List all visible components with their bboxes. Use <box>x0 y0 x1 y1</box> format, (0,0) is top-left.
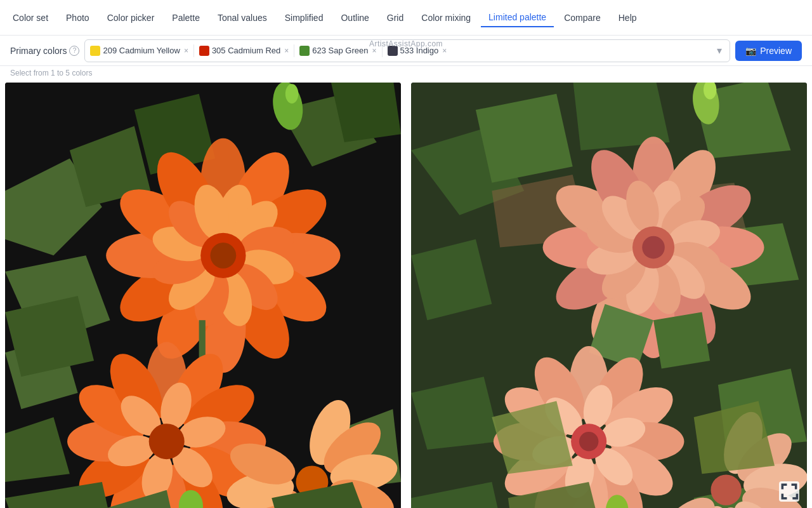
primary-colors-text: Primary colors <box>10 46 67 56</box>
hint-text: Select from 1 to 5 colors <box>0 66 812 83</box>
svg-point-10 <box>285 84 298 104</box>
svg-point-137 <box>579 432 599 451</box>
nav-item-color-mixing[interactable]: Color mixing <box>414 9 478 27</box>
nav-item-compare[interactable]: Compare <box>556 9 608 27</box>
svg-marker-117 <box>653 312 710 368</box>
color-chip-remove-cadmium-yellow[interactable]: × <box>184 47 188 55</box>
help-icon[interactable]: ? <box>69 46 79 56</box>
color-chip-label-cadmium-yellow: 209 Cadmium Yellow <box>103 46 180 55</box>
color-chip-label-cadmium-red: 305 Cadmium Red <box>212 46 280 55</box>
right-image-svg <box>411 83 807 508</box>
color-chip-cadmium-yellow[interactable]: 209 Cadmium Yellow× <box>90 46 188 56</box>
nav-item-color-set[interactable]: Color set <box>5 9 56 27</box>
chip-separator <box>193 44 194 57</box>
svg-point-115 <box>642 236 665 259</box>
nav-item-photo[interactable]: Photo <box>58 9 97 27</box>
color-chip-remove-indigo[interactable]: × <box>442 47 447 55</box>
color-swatch-cadmium-red <box>199 46 209 56</box>
svg-point-37 <box>210 243 236 269</box>
primary-colors-label: Primary colors ? <box>10 46 79 56</box>
nav-item-palette[interactable]: Palette <box>164 9 207 27</box>
preview-button-label: Preview <box>760 46 792 56</box>
nav-item-color-picker[interactable]: Color picker <box>100 9 162 27</box>
color-swatch-sap-green <box>299 46 310 56</box>
watermark: ArtistAssistApp.com <box>369 39 443 48</box>
nav-item-simplified[interactable]: Simplified <box>277 9 331 27</box>
nav-item-help[interactable]: Help <box>611 9 645 27</box>
images-area <box>0 83 812 508</box>
fullscreen-button[interactable] <box>779 481 799 502</box>
preview-icon: 📷 <box>745 46 756 56</box>
svg-marker-77 <box>476 94 573 183</box>
fullscreen-icon <box>779 481 799 502</box>
color-chip-remove-cadmium-red[interactable]: × <box>284 47 289 55</box>
preview-button[interactable]: 📷 Preview <box>735 41 802 61</box>
nav-item-outline[interactable]: Outline <box>333 9 376 27</box>
color-swatch-cadmium-yellow <box>90 46 100 56</box>
chips-dropdown-arrow[interactable]: ▾ <box>714 43 724 58</box>
left-image-svg <box>5 83 401 508</box>
color-chip-cadmium-red[interactable]: 305 Cadmium Red× <box>199 46 289 56</box>
chip-separator <box>294 44 294 57</box>
nav-item-limited-palette[interactable]: Limited palette <box>481 8 554 27</box>
right-image-panel <box>411 83 807 508</box>
svg-point-59 <box>149 424 185 459</box>
color-chip-label-sap-green: 623 Sap Green <box>312 46 368 55</box>
top-nav: Color setPhotoColor pickerPaletteTonal v… <box>0 0 812 36</box>
svg-point-148 <box>710 474 741 505</box>
nav-item-tonal-values[interactable]: Tonal values <box>210 9 275 27</box>
color-chip-sap-green[interactable]: 623 Sap Green× <box>299 46 376 56</box>
nav-item-grid[interactable]: Grid <box>379 9 411 27</box>
left-image-panel <box>5 83 401 508</box>
